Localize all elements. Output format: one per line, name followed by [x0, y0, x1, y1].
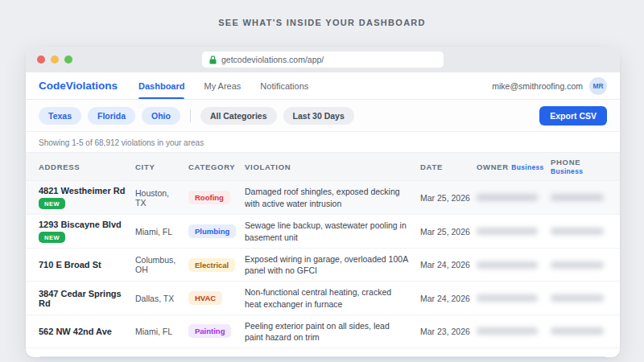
phone-cell: [551, 290, 607, 306]
filter-chip-date-range[interactable]: Last 30 Days: [283, 107, 354, 125]
row-city: Miami, FL: [135, 222, 188, 241]
table-body: 4821 Westheimer Rd NEW Houston, TX Roofi…: [26, 181, 620, 348]
table-row[interactable]: 1293 Biscayne Blvd NEW Miami, FL Plumbin…: [26, 215, 620, 249]
user-email: mike@smithroofing.com: [492, 81, 583, 91]
new-badge: NEW: [39, 232, 65, 243]
category-badge: Painting: [188, 324, 231, 338]
tab-dashboard[interactable]: Dashboard: [138, 72, 184, 99]
filter-chip-texas[interactable]: Texas: [39, 107, 81, 125]
row-address: 1293 Biscayne Blvd: [39, 220, 129, 229]
brand-logo[interactable]: CodeViolations: [39, 80, 118, 92]
browser-window: getcodeviolations.com/app/ CodeViolation…: [26, 47, 620, 357]
tab-my-areas[interactable]: My Areas: [204, 72, 241, 99]
address-cell: 710 E Broad St: [39, 255, 135, 274]
filter-divider: [190, 109, 191, 122]
minimize-window-icon[interactable]: [51, 56, 59, 64]
address-cell: 3847 Cedar Springs Rd: [39, 284, 135, 313]
category-cell: Electrical: [188, 253, 245, 277]
category-badge: Roofing: [188, 191, 230, 204]
category-cell: HVAC: [188, 286, 245, 310]
row-date: Mar 25, 2026: [420, 188, 477, 208]
owner-cell: [477, 323, 551, 339]
category-badge: Plumbing: [188, 224, 236, 238]
row-city: Columbus, OH: [135, 250, 188, 279]
phone-cell: [551, 189, 607, 206]
table-row[interactable]: 3847 Cedar Springs Rd Dallas, TX HVAC No…: [26, 282, 620, 315]
row-address: 710 E Broad St: [39, 260, 129, 269]
owner-redacted-blur: [477, 261, 538, 269]
row-address: 3847 Cedar Springs Rd: [39, 289, 129, 308]
table-header-row: Address City Category Violation Date Own…: [26, 152, 620, 181]
owner-header-label: Owner: [477, 162, 509, 171]
page-headline: SEE WHAT'S INSIDE YOUR DASHBOARD: [0, 0, 644, 27]
traffic-lights: [37, 56, 72, 64]
phone-cell: [551, 223, 607, 240]
app-nav: CodeViolations Dashboard My Areas Notifi…: [26, 72, 620, 100]
phone-redacted-blur: [551, 294, 604, 302]
table-row[interactable]: 710 E Broad St Columbus, OH Electrical E…: [26, 249, 620, 282]
url-bar[interactable]: getcodeviolations.com/app/: [202, 51, 444, 68]
phone-cell: [551, 257, 607, 274]
col-header-category: Category: [188, 158, 245, 176]
phone-redacted-blur: [551, 228, 604, 235]
row-city: Miami, FL: [135, 322, 188, 341]
category-cell: Roofing: [188, 186, 245, 209]
phone-redacted-blur: [551, 327, 604, 335]
row-address: 562 NW 42nd Ave: [39, 327, 129, 336]
owner-redacted-blur: [477, 294, 538, 302]
url-text: getcodeviolations.com/app/: [221, 55, 324, 64]
row-violation: Exposed wiring in garage, overloaded 100…: [245, 249, 420, 281]
lock-icon: [209, 56, 217, 64]
col-header-date: Date: [420, 158, 477, 176]
owner-business-tag: Business: [511, 163, 543, 171]
row-date: Mar 23, 2026: [420, 322, 477, 341]
new-badge: NEW: [39, 198, 65, 209]
col-header-city: City: [135, 158, 188, 176]
upgrade-banner: Want owner names & phone numbers? Upgrad…: [35, 356, 610, 357]
row-violation: Non-functional central heating, cracked …: [245, 282, 420, 314]
phone-redacted-blur: [551, 261, 604, 269]
owner-redacted-blur: [477, 228, 538, 235]
category-badge: Electrical: [188, 258, 235, 272]
category-cell: Painting: [188, 319, 245, 343]
table-row[interactable]: 4821 Westheimer Rd NEW Houston, TX Roofi…: [26, 181, 620, 215]
filter-bar: Texas Florida Ohio All Categories Last 3…: [26, 100, 620, 132]
filter-chip-ohio[interactable]: Ohio: [142, 107, 180, 125]
row-date: Mar 24, 2026: [420, 255, 477, 274]
owner-redacted-blur: [477, 327, 538, 335]
phone-cell: [551, 323, 607, 339]
table-row[interactable]: 562 NW 42nd Ave Miami, FL Painting Peeli…: [26, 315, 620, 348]
nav-account-area: mike@smithroofing.com MR: [492, 77, 607, 95]
row-city: Houston, TX: [135, 183, 188, 212]
row-city: Dallas, TX: [135, 289, 188, 308]
results-summary: Showing 1-5 of 68,912 violations in your…: [26, 132, 620, 152]
col-header-owner: Owner Business: [477, 158, 551, 176]
owner-redacted-blur: [477, 194, 538, 201]
address-cell: 562 NW 42nd Ave: [39, 322, 135, 341]
tab-notifications[interactable]: Notifications: [260, 72, 308, 99]
phone-redacted-blur: [551, 194, 604, 201]
owner-cell: [477, 189, 551, 206]
category-badge: HVAC: [188, 291, 222, 305]
row-violation: Peeling exterior paint on all sides, lea…: [245, 315, 420, 348]
row-date: Mar 24, 2026: [420, 289, 477, 308]
filter-chip-categories[interactable]: All Categories: [200, 107, 277, 125]
col-header-phone: Phone Business: [551, 153, 607, 180]
owner-cell: [477, 257, 551, 274]
address-cell: 4821 Westheimer Rd NEW: [39, 181, 135, 214]
nav-tabs: Dashboard My Areas Notifications: [138, 72, 308, 99]
avatar[interactable]: MR: [589, 77, 607, 95]
owner-cell: [477, 223, 551, 240]
phone-header-label: Phone: [551, 158, 580, 167]
browser-chrome: getcodeviolations.com/app/: [26, 47, 620, 72]
close-window-icon[interactable]: [37, 56, 45, 64]
maximize-window-icon[interactable]: [64, 56, 72, 64]
filter-chip-florida[interactable]: Florida: [88, 107, 135, 125]
category-cell: Plumbing: [188, 220, 245, 243]
phone-business-tag: Business: [551, 167, 583, 175]
row-date: Mar 25, 2026: [420, 222, 477, 241]
row-violation: Sewage line backup, wastewater pooling i…: [245, 215, 420, 247]
export-csv-button[interactable]: Export CSV: [539, 106, 607, 125]
row-violation: Damaged roof shingles, exposed decking w…: [245, 181, 420, 213]
owner-cell: [477, 290, 551, 306]
